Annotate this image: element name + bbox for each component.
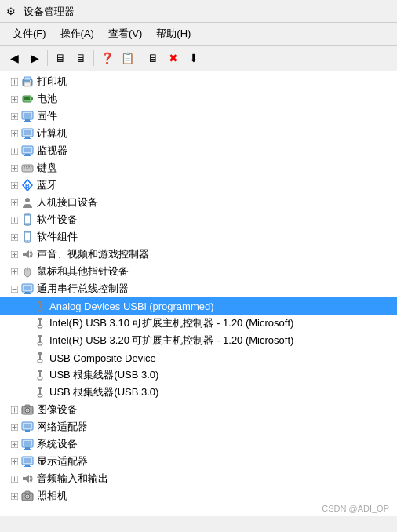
tree-text-usb-intel1: Intel(R) USB 3.10 可扩展主机控制器 - 1.20 (Micro… — [49, 316, 293, 330]
tree-icon-usb — [20, 282, 35, 296]
svg-rect-26 — [24, 138, 31, 139]
svg-rect-38 — [24, 166, 25, 168]
tree-item-bluetooth[interactable]: B 蓝牙 — [0, 177, 397, 194]
svg-rect-78 — [24, 286, 31, 290]
toolbar-btn-back[interactable]: ◀ — [5, 49, 24, 67]
tree-text-computer: 计算机 — [37, 126, 67, 140]
expand-btn-mouse[interactable] — [8, 265, 20, 278]
toolbar-btn-forward[interactable]: ▶ — [25, 49, 44, 67]
expand-btn-sysdev[interactable] — [8, 438, 20, 450]
tree-text-usb-adi: Analog Devices USBi (programmed) — [49, 301, 214, 312]
svg-rect-129 — [24, 441, 31, 446]
tree-item-usb-composite[interactable]: USB Composite Device — [0, 349, 397, 366]
svg-rect-31 — [24, 148, 31, 152]
tree-text-keyboard: 键盘 — [37, 161, 57, 175]
toolbar-btn-monitor[interactable]: 🖥 — [144, 49, 162, 67]
svg-rect-131 — [24, 449, 31, 450]
svg-text:B: B — [25, 182, 30, 189]
tree-item-displayadapter[interactable]: 显示适配器 — [0, 453, 397, 470]
sep1 — [47, 50, 48, 66]
tree-item-firmware[interactable]: 固件 — [0, 107, 397, 125]
tree-icon-usb-adi — [33, 299, 47, 313]
tree-item-usb-intel2[interactable]: Intel(R) USB 3.20 可扩展主机控制器 - 1.20 (Micro… — [0, 332, 397, 349]
toolbar-btn-update[interactable]: ⬇ — [184, 49, 203, 67]
tree-icon-usb-root2 — [33, 385, 47, 399]
tree-icon-monitor — [20, 144, 35, 158]
tree-text-usb-composite: USB Composite Device — [49, 352, 156, 364]
tree-item-sound[interactable]: 声音、视频和游戏控制器 — [0, 246, 397, 263]
sep2 — [93, 50, 94, 66]
expand-btn-softcomp[interactable] — [8, 231, 20, 243]
menu-item-help[interactable]: 帮助(H) — [150, 25, 197, 42]
tree-item-imaging[interactable]: 图像设备 — [0, 401, 397, 418]
toolbar-btn-delete[interactable]: ✖ — [164, 49, 183, 67]
watermark: CSDN @ADI_OP — [322, 504, 389, 513]
tree-icon-usb-intel2 — [33, 333, 47, 348]
tree-item-usb-adi[interactable]: Analog Devices USBi (programmed) — [0, 297, 397, 315]
tree-text-usb-intel2: Intel(R) USB 3.20 可扩展主机控制器 - 1.20 (Micro… — [49, 333, 293, 348]
tree-text-battery: 电池 — [37, 92, 57, 106]
expand-btn-printer[interactable] — [8, 75, 20, 88]
tree-item-printer[interactable]: 打印机 — [0, 73, 397, 90]
expand-btn-usb[interactable] — [8, 282, 20, 295]
svg-rect-64 — [25, 233, 30, 240]
svg-rect-5 — [24, 82, 31, 86]
svg-rect-40 — [28, 166, 30, 168]
svg-rect-11 — [31, 97, 33, 100]
tree-item-softcomp[interactable]: 软件组件 — [0, 228, 397, 246]
tree-item-softdev[interactable]: 软件设备 — [0, 211, 397, 228]
device-tree[interactable]: 打印机 电池 固件 计算机 监视器 键 — [0, 71, 397, 516]
expand-btn-usb-adi — [20, 300, 33, 312]
expand-btn-imaging[interactable] — [8, 403, 20, 416]
tree-item-monitor[interactable]: 监视器 — [0, 142, 397, 159]
expand-btn-monitor[interactable] — [8, 144, 20, 157]
toolbar-btn-help[interactable]: ❓ — [97, 49, 116, 67]
svg-rect-79 — [25, 292, 30, 293]
svg-rect-17 — [24, 113, 31, 118]
toolbar-btn-device[interactable]: 🖥 — [51, 49, 70, 67]
tree-item-computer[interactable]: 计算机 — [0, 125, 397, 142]
menu-item-view[interactable]: 查看(V) — [102, 25, 148, 42]
tree-item-sysdev[interactable]: 系统设备 — [0, 435, 397, 453]
tree-item-netadapter[interactable]: 网络适配器 — [0, 418, 397, 435]
tree-item-usb-root1[interactable]: USB 根集线器(USB 3.0) — [0, 366, 397, 384]
menu-item-file[interactable]: 文件(F) — [6, 25, 53, 42]
expand-btn-displayadapter[interactable] — [8, 455, 20, 468]
svg-point-65 — [27, 241, 27, 242]
tree-icon-usb-root1 — [33, 368, 47, 382]
expand-btn-bluetooth[interactable] — [8, 179, 20, 191]
title-bar-icon: ⚙ — [6, 5, 19, 18]
toolbar-btn-device2[interactable]: 🖥 — [71, 49, 90, 67]
tree-item-usb-root2[interactable]: USB 根集线器(USB 3.0) — [0, 384, 397, 401]
expand-btn-firmware[interactable] — [8, 110, 20, 122]
expand-btn-keyboard[interactable] — [8, 162, 20, 174]
toolbar-btn-props[interactable]: 📋 — [118, 49, 137, 67]
tree-text-firmware: 固件 — [37, 109, 57, 123]
expand-btn-battery[interactable] — [8, 93, 20, 105]
expand-btn-hid[interactable] — [8, 196, 20, 209]
expand-btn-camera[interactable] — [8, 490, 20, 502]
expand-btn-usb-intel2 — [20, 334, 33, 347]
tree-item-camera[interactable]: 照相机 — [0, 487, 397, 505]
tree-text-displayadapter: 显示适配器 — [37, 454, 88, 468]
svg-rect-117 — [25, 405, 30, 407]
expand-btn-softdev[interactable] — [8, 213, 20, 226]
expand-btn-computer[interactable] — [8, 127, 20, 140]
tree-item-mouse[interactable]: 鼠标和其他指针设备 — [0, 263, 397, 280]
tree-item-audio[interactable]: 音频输入和输出 — [0, 470, 397, 487]
svg-rect-19 — [24, 121, 31, 122]
tree-icon-keyboard — [20, 161, 35, 175]
tree-item-hid[interactable]: 人机接口设备 — [0, 194, 397, 211]
menu-item-action[interactable]: 操作(A) — [54, 25, 100, 42]
tree-icon-computer — [20, 126, 35, 140]
tree-item-usb-intel1[interactable]: Intel(R) USB 3.10 可扩展主机控制器 - 1.20 (Micro… — [0, 315, 397, 332]
expand-btn-sound[interactable] — [8, 248, 20, 261]
expand-btn-netadapter[interactable] — [8, 421, 20, 433]
tree-item-battery[interactable]: 电池 — [0, 90, 397, 107]
tree-text-usb: 通用串行总线控制器 — [37, 282, 129, 296]
svg-marker-69 — [23, 250, 29, 258]
expand-btn-audio[interactable] — [8, 472, 20, 485]
tree-icon-audio — [20, 472, 35, 486]
tree-item-usb[interactable]: 通用串行总线控制器 — [0, 280, 397, 297]
tree-item-keyboard[interactable]: 键盘 — [0, 159, 397, 177]
